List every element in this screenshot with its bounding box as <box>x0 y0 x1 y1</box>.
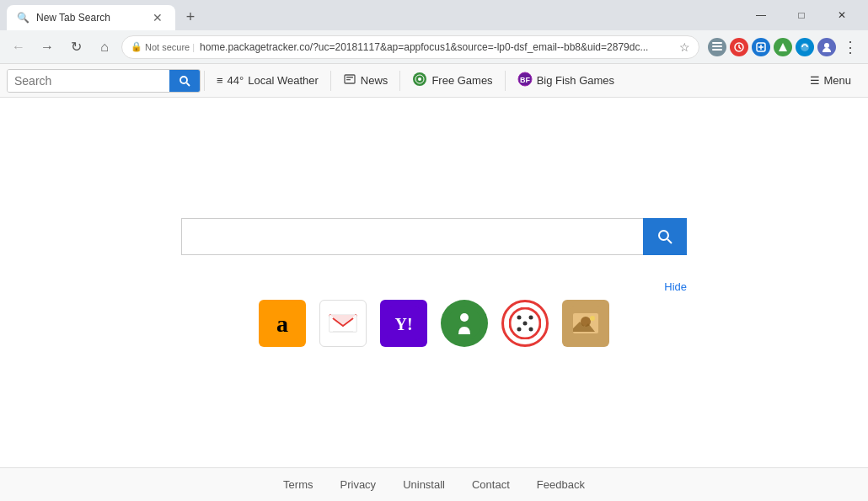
ext-icon-2[interactable] <box>730 38 748 56</box>
quicklink-yahoo[interactable]: Y! <box>380 300 427 347</box>
quicklink-amazon[interactable]: a <box>259 300 306 347</box>
menu-button[interactable]: ☰ Menu <box>800 64 861 97</box>
ext-icon-5[interactable] <box>796 38 814 56</box>
center-search-input[interactable] <box>181 218 643 255</box>
svg-text:Y!: Y! <box>394 315 412 333</box>
uninstall-link[interactable]: Uninstall <box>403 478 445 491</box>
ext-icon-1[interactable] <box>708 38 726 56</box>
weather-label: Local Weather <box>248 74 319 87</box>
svg-text:BF: BF <box>520 76 530 84</box>
svg-rect-11 <box>346 79 351 80</box>
terms-link[interactable]: Terms <box>283 478 313 491</box>
lock-icon: 🔒 <box>131 41 142 52</box>
free-games-icon <box>412 72 427 90</box>
nav-toolbar: ≡ 44° Local Weather News Free Games BF B… <box>0 64 868 98</box>
svg-rect-1 <box>712 45 722 47</box>
big-fish-label: Big Fish Games <box>537 74 614 87</box>
maximize-button[interactable]: □ <box>782 5 821 25</box>
svg-rect-10 <box>346 77 353 78</box>
title-bar: 🔍 New Tab Search ✕ + — □ ✕ <box>0 0 868 30</box>
free-games-nav-item[interactable]: Free Games <box>404 64 501 97</box>
quick-links-section: Hide a <box>181 280 687 347</box>
quicklink-gmail[interactable] <box>319 300 367 347</box>
address-input-wrap[interactable]: 🔒 Not secure | home.packagetracker.co/?u… <box>121 35 699 59</box>
big-fish-games-nav-item[interactable]: BF Big Fish Games <box>509 64 623 97</box>
news-icon <box>343 72 356 89</box>
weather-icon: ≡ <box>217 74 223 87</box>
close-button[interactable]: ✕ <box>822 5 861 25</box>
center-search-bar <box>181 218 687 255</box>
nav-separator-2 <box>330 71 331 91</box>
big-fish-icon: BF <box>517 72 533 90</box>
svg-point-24 <box>447 306 481 340</box>
profile-icon[interactable] <box>817 38 836 56</box>
svg-point-28 <box>523 322 528 326</box>
local-weather-nav-item[interactable]: ≡ 44° Local Weather <box>208 64 327 97</box>
nav-separator-4 <box>505 71 506 91</box>
ext-icon-3[interactable] <box>752 38 770 56</box>
url-display[interactable]: home.packagetracker.co/?uc=20181117&ap=a… <box>200 41 674 53</box>
menu-label: Menu <box>823 74 851 87</box>
browser-frame: 🔍 New Tab Search ✕ + — □ ✕ ← → ↻ ⌂ 🔒 Not… <box>0 0 868 501</box>
browser-tab[interactable]: 🔍 New Tab Search ✕ <box>7 5 175 30</box>
toolbar-search-bar[interactable] <box>7 69 201 93</box>
news-label: News <box>361 74 388 87</box>
ext-icon-4[interactable] <box>774 38 792 56</box>
svg-point-14 <box>418 77 421 81</box>
address-bar: ← → ↻ ⌂ 🔒 Not secure | home.packagetrack… <box>0 30 868 64</box>
tab-favicon: 🔍 <box>17 12 29 24</box>
reload-button[interactable]: ↻ <box>64 35 88 59</box>
svg-point-25 <box>460 313 469 322</box>
svg-rect-0 <box>712 42 722 44</box>
back-button[interactable]: ← <box>7 35 30 59</box>
svg-point-6 <box>824 43 829 48</box>
new-tab-button[interactable]: + <box>179 5 202 29</box>
tab-title: New Tab Search <box>36 12 143 24</box>
svg-point-7 <box>180 77 187 83</box>
forward-button[interactable]: → <box>35 35 59 59</box>
svg-point-17 <box>659 231 668 240</box>
footer: Terms Privacy Uninstall Contact Feedback <box>0 467 868 501</box>
contact-link[interactable]: Contact <box>472 478 510 491</box>
window-controls: — □ ✕ <box>742 5 861 25</box>
bookmark-star-icon[interactable]: ☆ <box>679 40 690 54</box>
chrome-menu-button[interactable]: ⋮ <box>839 38 861 56</box>
nav-separator-3 <box>399 71 400 91</box>
minimize-button[interactable]: — <box>742 5 780 25</box>
svg-point-30 <box>529 316 533 320</box>
hide-link[interactable]: Hide <box>664 280 687 293</box>
free-games-label: Free Games <box>431 74 492 87</box>
quicklink-game[interactable] <box>441 300 488 347</box>
toolbar-search-input[interactable] <box>8 70 169 92</box>
privacy-link[interactable]: Privacy <box>340 478 377 491</box>
main-content: Hide a <box>0 98 868 467</box>
toolbar-search-button[interactable] <box>169 70 200 92</box>
home-button[interactable]: ⌂ <box>93 35 116 59</box>
weather-temp: 44° <box>228 74 244 87</box>
tab-close-button[interactable]: ✕ <box>150 10 165 25</box>
quick-links: a <box>259 300 609 347</box>
hamburger-icon: ☰ <box>810 74 820 87</box>
svg-point-29 <box>529 328 533 332</box>
extension-icons: ⋮ <box>708 38 861 56</box>
svg-point-27 <box>517 316 522 320</box>
security-indicator: 🔒 Not secure | <box>131 41 195 52</box>
svg-rect-2 <box>712 49 722 51</box>
feedback-link[interactable]: Feedback <box>537 478 585 491</box>
nav-separator <box>204 71 205 91</box>
svg-line-8 <box>187 83 190 86</box>
quicklink-photo[interactable] <box>562 300 609 347</box>
svg-point-31 <box>517 328 522 332</box>
svg-line-18 <box>667 239 672 243</box>
news-nav-item[interactable]: News <box>335 64 397 97</box>
svg-point-35 <box>590 316 595 321</box>
center-search-button[interactable] <box>643 218 687 255</box>
quicklink-dice[interactable] <box>501 300 549 347</box>
svg-text:a: a <box>276 311 288 337</box>
